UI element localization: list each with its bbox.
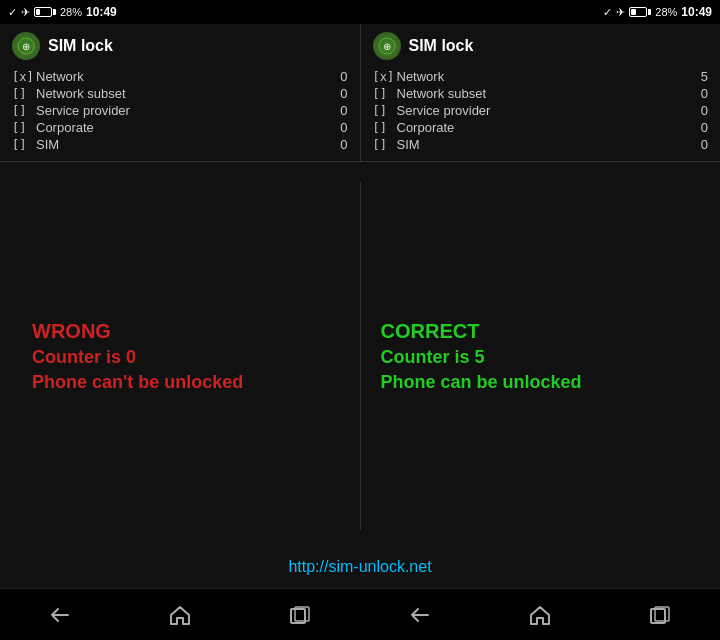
- nav-home2-button[interactable]: [520, 595, 560, 635]
- checkbox-2-right: []: [373, 104, 389, 118]
- sim-table-left: [x] Network 0 [] Network subset 0 [] Ser…: [12, 68, 348, 153]
- nav-recent2-button[interactable]: [640, 595, 680, 635]
- sim-icon-right: ✓: [603, 6, 612, 19]
- label-network-right: Network: [397, 69, 681, 84]
- panel-right-header: ⊕ SIM lock: [373, 32, 709, 60]
- sim-row: [x] Network 0: [12, 68, 348, 85]
- value-netsubset-left: 0: [328, 86, 348, 101]
- checkbox-0-left: [x]: [12, 70, 28, 84]
- message-correct-panel: CORRECT Counter is 5 Phone can be unlock…: [361, 182, 709, 530]
- checkbox-4-left: []: [12, 138, 28, 152]
- value-sim-right: 0: [688, 137, 708, 152]
- correct-heading: CORRECT: [381, 320, 689, 343]
- panel-left-title: SIM lock: [48, 37, 113, 55]
- label-corporate-right: Corporate: [397, 120, 681, 135]
- battery-right: [629, 7, 651, 17]
- value-corporate-left: 0: [328, 120, 348, 135]
- messages-container: WRONG Counter is 0 Phone can't be unlock…: [0, 162, 720, 550]
- label-sim-right: SIM: [397, 137, 681, 152]
- label-netsubset-right: Network subset: [397, 86, 681, 101]
- sim-row: [] Service provider 0: [12, 102, 348, 119]
- checkbox-3-right: []: [373, 121, 389, 135]
- url-bar[interactable]: http://sim-unlock.net: [0, 550, 720, 588]
- sim-table-right: [x] Network 5 [] Network subset 0 [] Ser…: [373, 68, 709, 153]
- sim-row: [] Network subset 0: [12, 85, 348, 102]
- battery-pct-left: 28%: [60, 6, 82, 18]
- sim-row: [x] Network 5: [373, 68, 709, 85]
- value-serviceprov-left: 0: [328, 103, 348, 118]
- label-serviceprov-right: Service provider: [397, 103, 681, 118]
- panel-right-icon: ⊕: [373, 32, 401, 60]
- panels-container: ⊕ SIM lock [x] Network 0 [] Network subs…: [0, 24, 720, 162]
- correct-section: CORRECT Counter is 5 Phone can be unlock…: [381, 320, 689, 393]
- url-text[interactable]: http://sim-unlock.net: [288, 558, 431, 575]
- svg-text:⊕: ⊕: [22, 41, 30, 52]
- label-serviceprov-left: Service provider: [36, 103, 320, 118]
- value-network-right: 5: [688, 69, 708, 84]
- airplane-icon-right: ✈: [616, 6, 625, 19]
- sim-row: [] SIM 0: [373, 136, 709, 153]
- checkbox-3-left: []: [12, 121, 28, 135]
- checkbox-1-left: []: [12, 87, 28, 101]
- label-network-left: Network: [36, 69, 320, 84]
- panel-right-title: SIM lock: [409, 37, 474, 55]
- value-serviceprov-right: 0: [688, 103, 708, 118]
- value-netsubset-right: 0: [688, 86, 708, 101]
- sim-row: [] Corporate 0: [12, 119, 348, 136]
- label-sim-left: SIM: [36, 137, 320, 152]
- wrong-heading: WRONG: [32, 320, 340, 343]
- status-bar-left: ✓ ✈ 28% 10:49: [8, 5, 360, 19]
- label-corporate-left: Corporate: [36, 120, 320, 135]
- correct-counter: Counter is 5: [381, 347, 689, 368]
- status-bar: ✓ ✈ 28% 10:49 ✓ ✈ 28% 10:49: [0, 0, 720, 24]
- value-network-left: 0: [328, 69, 348, 84]
- panel-left: ⊕ SIM lock [x] Network 0 [] Network subs…: [0, 24, 361, 161]
- sim-row: [] Network subset 0: [373, 85, 709, 102]
- checkbox-1-right: []: [373, 87, 389, 101]
- panel-right: ⊕ SIM lock [x] Network 5 [] Network subs…: [361, 24, 721, 161]
- status-bar-right: ✓ ✈ 28% 10:49: [360, 5, 712, 19]
- time-left: 10:49: [86, 5, 117, 19]
- checkbox-0-right: [x]: [373, 70, 389, 84]
- checkbox-2-left: []: [12, 104, 28, 118]
- checkbox-4-right: []: [373, 138, 389, 152]
- panel-left-icon: ⊕: [12, 32, 40, 60]
- sim-row: [] SIM 0: [12, 136, 348, 153]
- nav-back2-button[interactable]: [400, 595, 440, 635]
- wrong-section: WRONG Counter is 0 Phone can't be unlock…: [32, 320, 340, 393]
- sim-row: [] Service provider 0: [373, 102, 709, 119]
- main-content: ⊕ SIM lock [x] Network 0 [] Network subs…: [0, 24, 720, 588]
- airplane-icon-left: ✈: [21, 6, 30, 19]
- message-wrong-panel: WRONG Counter is 0 Phone can't be unlock…: [12, 182, 360, 530]
- wrong-status: Phone can't be unlocked: [32, 372, 340, 393]
- nav-home-button[interactable]: [160, 595, 200, 635]
- nav-recent-button[interactable]: [280, 595, 320, 635]
- wrong-counter: Counter is 0: [32, 347, 340, 368]
- time-right: 10:49: [681, 5, 712, 19]
- value-sim-left: 0: [328, 137, 348, 152]
- svg-text:⊕: ⊕: [383, 41, 391, 52]
- correct-status: Phone can be unlocked: [381, 372, 689, 393]
- sim-icon-left: ✓: [8, 6, 17, 19]
- value-corporate-right: 0: [688, 120, 708, 135]
- battery-left: [34, 7, 56, 17]
- panel-left-header: ⊕ SIM lock: [12, 32, 348, 60]
- nav-bar: [0, 588, 720, 640]
- nav-back-button[interactable]: [40, 595, 80, 635]
- sim-row: [] Corporate 0: [373, 119, 709, 136]
- label-netsubset-left: Network subset: [36, 86, 320, 101]
- battery-pct-right: 28%: [655, 6, 677, 18]
